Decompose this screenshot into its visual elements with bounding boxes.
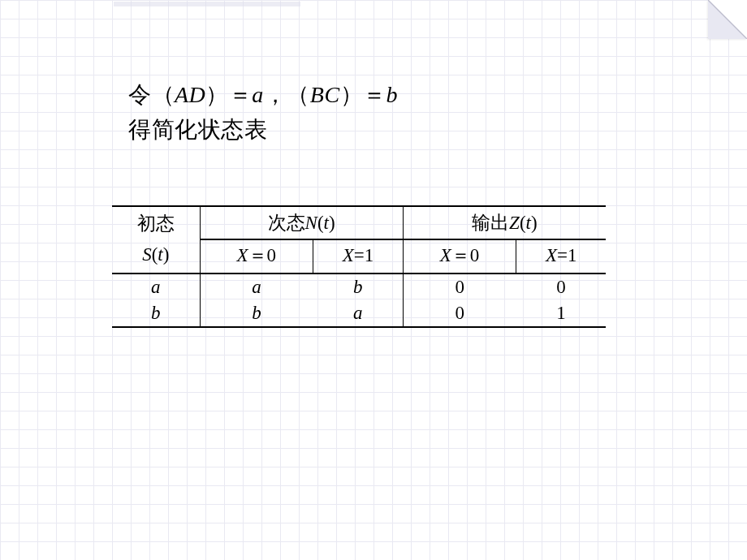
top-decorative-strip: [114, 2, 300, 6]
hdr-s-of-t: S(t): [112, 239, 200, 274]
nx0-x: X: [237, 245, 248, 265]
hdr-initial-state: 初态: [112, 206, 200, 239]
hsb-cp: ): [163, 244, 170, 265]
data-row-b: b b a 0 1: [112, 300, 606, 327]
r1c1: a: [112, 274, 200, 300]
r1c3: b: [313, 274, 403, 300]
hdr-z-x1: X=1: [516, 239, 606, 274]
header-row-2: S(t) X＝0 X=1 X＝0 X=1: [112, 239, 606, 274]
hdr-output: 输出Z(t): [403, 206, 606, 239]
t1g: （: [287, 82, 310, 107]
hdr-z-x0: X＝0: [403, 239, 516, 274]
state-table: 初态 次态N(t) 输出Z(t) S(t) X＝0 X=1 X＝0: [112, 205, 606, 328]
hdr-n-x1: X=1: [313, 239, 403, 274]
zx1-x: X: [546, 245, 557, 265]
hna-n: N: [305, 213, 317, 233]
t1a: 令: [128, 82, 152, 107]
hna-pre: 次态: [268, 213, 305, 233]
hoa-z: Z: [509, 213, 520, 233]
zx0-x: X: [440, 245, 451, 265]
line-2: 得简化状态表: [128, 112, 632, 147]
hoa-p: (: [520, 213, 526, 233]
zx0-eq: ＝0: [451, 245, 480, 265]
r1c5: 0: [516, 274, 606, 300]
hdr-n-x0: X＝0: [200, 239, 313, 274]
t1d: ）＝: [205, 82, 252, 107]
t1f: ，: [264, 82, 287, 107]
r2c2: b: [200, 300, 313, 327]
t1c: AD: [175, 82, 205, 107]
hoa-pre: 输出: [472, 213, 509, 233]
hna-p: (: [317, 213, 324, 233]
hna-cp: ): [329, 213, 335, 233]
data-row-a: a a b 0 0: [112, 274, 606, 300]
r1c4: 0: [403, 274, 516, 300]
text-content: 令（AD）＝a，（BC）＝b 得简化状态表: [128, 77, 632, 148]
zx1-eq: =1: [557, 245, 576, 265]
t1b: （: [152, 82, 175, 107]
r2c1: b: [112, 300, 200, 327]
state-table-element: 初态 次态N(t) 输出Z(t) S(t) X＝0 X=1 X＝0: [112, 205, 606, 328]
t1j: b: [386, 82, 399, 107]
page-corner-fold: [708, 0, 747, 39]
t1i: ）＝: [340, 82, 386, 107]
r2c3: a: [313, 300, 403, 327]
line-1: 令（AD）＝a，（BC）＝b: [128, 77, 632, 112]
nx0-eq: ＝0: [248, 245, 277, 265]
hsb-s: S: [142, 244, 152, 265]
r2c4: 0: [403, 300, 516, 327]
nx1-x: X: [343, 245, 354, 265]
hdr-next-state: 次态N(t): [200, 206, 403, 239]
t1h: BC: [310, 82, 340, 107]
r2c5: 1: [516, 300, 606, 327]
hoa-cp: ): [531, 213, 538, 233]
nx1-eq: =1: [354, 245, 374, 265]
header-row-1: 初态 次态N(t) 输出Z(t): [112, 206, 606, 239]
t1e: a: [252, 82, 264, 107]
r1c2: a: [200, 274, 313, 300]
